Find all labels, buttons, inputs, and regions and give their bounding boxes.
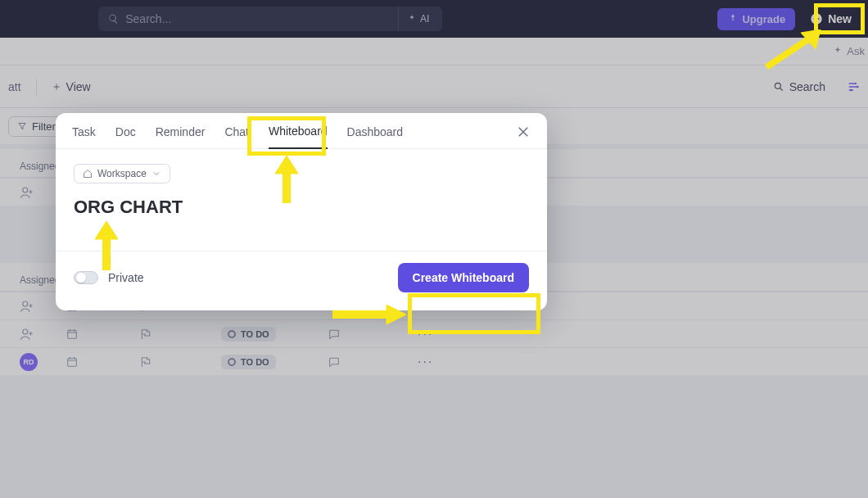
whiteboard-title-input[interactable] — [74, 197, 529, 218]
private-label: Private — [108, 271, 144, 284]
chevron-down-icon — [151, 169, 161, 179]
modal-body: Workspace — [56, 149, 547, 251]
create-whiteboard-button[interactable]: Create Whiteboard — [398, 263, 529, 292]
tab-doc[interactable]: Doc — [115, 125, 136, 148]
modal-footer: Private Create Whiteboard — [56, 251, 547, 310]
tab-reminder[interactable]: Reminder — [156, 125, 206, 148]
workspace-picker[interactable]: Workspace — [74, 164, 170, 183]
tab-dashboard[interactable]: Dashboard — [347, 125, 404, 148]
home-icon — [83, 169, 93, 179]
tab-whiteboard[interactable]: Whiteboard — [269, 124, 328, 149]
create-modal: Task Doc Reminder Chat Whiteboard Dashbo… — [56, 113, 547, 310]
private-toggle[interactable] — [74, 271, 98, 284]
workspace-label: Workspace — [97, 168, 147, 179]
close-icon[interactable] — [516, 124, 531, 139]
tab-chat[interactable]: Chat — [224, 125, 249, 148]
tab-task[interactable]: Task — [72, 125, 96, 148]
modal-tabs: Task Doc Reminder Chat Whiteboard Dashbo… — [56, 113, 547, 149]
